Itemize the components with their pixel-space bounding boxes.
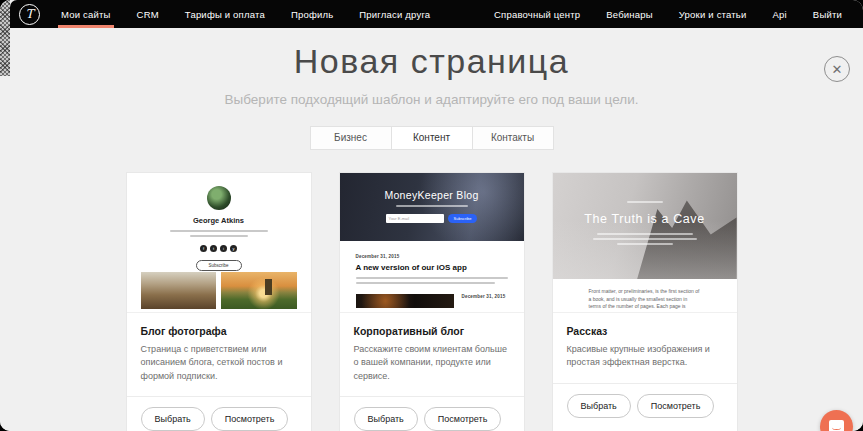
text-line-decoration <box>617 243 673 245</box>
preview-hero-banner: MoneyKeeper Blog Your E-mail Subscribe <box>340 173 524 241</box>
select-template-button[interactable]: Выбрать <box>567 394 631 418</box>
youtube-icon: y <box>230 245 237 252</box>
preview-blog-title: MoneyKeeper Blog <box>340 189 524 201</box>
template-title: Рассказ <box>567 325 723 337</box>
template-preview-thumbnail: The Truth is a Cave Front matter, or pre… <box>553 173 737 313</box>
text-line-decoration <box>627 201 663 203</box>
nav-item-profile[interactable]: Профиль <box>278 0 346 28</box>
preview-subscribe-form: Your E-mail Subscribe <box>340 214 524 223</box>
view-template-button[interactable]: Посмотреть <box>424 407 502 431</box>
nav-item-crm[interactable]: CRM <box>124 0 172 28</box>
post-date: December 31, 2015 <box>462 294 506 299</box>
template-preview-thumbnail: George Atkins f t i y Subscribe <box>127 173 311 313</box>
preview-blog-post: December 31, 2015 A new version of our i… <box>340 241 524 308</box>
template-card-photographer-blog: George Atkins f t i y Subscribe <box>127 173 311 431</box>
chat-bubble-icon <box>829 420 844 431</box>
text-line-decoration <box>170 230 268 232</box>
tab-business[interactable]: Бизнес <box>310 126 392 150</box>
template-card-corporate-blog: MoneyKeeper Blog Your E-mail Subscribe D… <box>340 173 524 431</box>
nav-item-lessons[interactable]: Уроки и статьи <box>666 0 760 28</box>
nav-item-invite-friend[interactable]: Пригласи друга <box>346 0 443 28</box>
new-page-modal: ✕ Новая страница Выберите подходящий шаб… <box>0 42 863 431</box>
template-description: Страница с приветствием или описанием бл… <box>141 343 297 384</box>
text-line-decoration <box>190 235 248 237</box>
select-template-button[interactable]: Выбрать <box>354 407 418 431</box>
template-title: Блог фотографа <box>141 325 297 337</box>
mist-overlay <box>553 173 737 279</box>
page-subtitle: Выберите подходящий шаблон и адаптируйте… <box>204 90 659 111</box>
template-card-story: The Truth is a Cave Front matter, or pre… <box>553 173 737 431</box>
preview-email-input: Your E-mail <box>386 214 444 223</box>
nav-item-help-center[interactable]: Справочный центр <box>481 0 593 28</box>
post-image <box>356 294 454 308</box>
background-pattern <box>0 0 10 76</box>
preview-subscribe-button: Subscribe <box>196 260 242 271</box>
tab-contacts[interactable]: Контакты <box>472 126 554 150</box>
top-navigation-bar: T Мои сайты CRM Тарифы и оплата Профиль … <box>10 0 863 28</box>
preview-story-title: The Truth is a Cave <box>553 212 737 226</box>
boardwalk-photo <box>141 272 217 309</box>
text-line-decoration <box>593 238 697 240</box>
preview-second-post: December 31, 2015 <box>356 294 508 308</box>
template-info: Блог фотографа Страница с приветствием и… <box>127 313 311 431</box>
tilda-logo-icon[interactable]: T <box>19 4 40 25</box>
preview-subscribe-button: Subscribe <box>448 214 478 223</box>
text-line-decoration <box>597 233 693 235</box>
view-template-button[interactable]: Посмотреть <box>637 394 715 418</box>
template-info: Корпоративный блог Расскажите своим клие… <box>340 313 524 431</box>
preview-body-text: Front matter, or preliminaries, is the f… <box>553 279 737 313</box>
instagram-icon: i <box>220 245 227 252</box>
nav-item-logout[interactable]: Выйти <box>800 0 855 28</box>
template-actions: Выбрать Посмотреть <box>567 384 723 430</box>
social-icons-row: f t i y <box>127 245 311 252</box>
page-title: Новая страница <box>0 42 863 81</box>
facebook-icon: f <box>200 245 207 252</box>
template-preview-thumbnail: MoneyKeeper Blog Your E-mail Subscribe D… <box>340 173 524 313</box>
nav-item-webinars[interactable]: Вебинары <box>593 0 666 28</box>
nav-item-api[interactable]: Api <box>760 0 800 28</box>
template-info: Рассказ Красивые крупные изображения и п… <box>553 313 737 430</box>
nav-item-tariffs[interactable]: Тарифы и оплата <box>172 0 278 28</box>
post-date: December 31, 2015 <box>356 254 508 259</box>
preview-mountain-photo: The Truth is a Cave <box>553 173 737 279</box>
template-category-tabs: Бизнес Контент Контакты <box>0 126 863 150</box>
tab-content[interactable]: Контент <box>391 126 473 150</box>
nav-item-my-sites[interactable]: Мои сайты <box>48 0 124 28</box>
avatar <box>207 186 231 210</box>
template-actions: Выбрать Посмотреть <box>354 397 510 431</box>
select-template-button[interactable]: Выбрать <box>141 407 205 431</box>
template-description: Красивые крупные изображения и простая э… <box>567 343 723 370</box>
text-line-decoration <box>356 282 496 284</box>
close-icon[interactable]: ✕ <box>824 56 850 82</box>
template-actions: Выбрать Посмотреть <box>141 397 297 431</box>
preview-photo-grid <box>141 272 297 309</box>
twitter-icon: t <box>210 245 217 252</box>
preview-author-name: George Atkins <box>127 216 311 225</box>
app-window: T Мои сайты CRM Тарифы и оплата Профиль … <box>0 0 863 431</box>
text-line-decoration <box>356 277 508 279</box>
template-description: Расскажите своим клиентам больше о вашей… <box>354 343 510 384</box>
sunset-church-photo <box>221 272 297 309</box>
template-cards-row: George Atkins f t i y Subscribe <box>0 173 863 431</box>
text-line-decoration <box>396 205 468 207</box>
view-template-button[interactable]: Посмотреть <box>211 407 289 431</box>
template-title: Корпоративный блог <box>354 325 510 337</box>
post-title: A new version of our iOS app <box>356 263 508 272</box>
